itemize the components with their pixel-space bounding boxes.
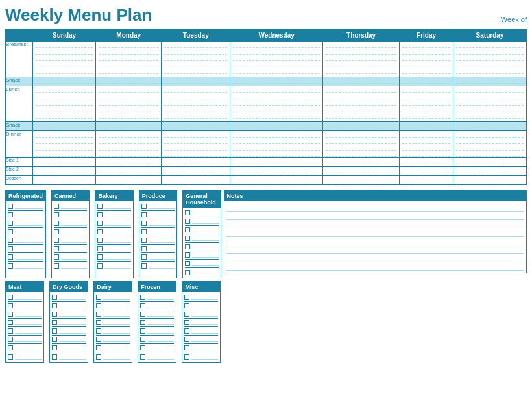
breakfast-wednesday[interactable]: [230, 42, 323, 77]
list-item[interactable]: [97, 262, 130, 270]
list-item[interactable]: [52, 352, 86, 361]
checkbox[interactable]: [8, 204, 13, 209]
dinner-tuesday[interactable]: [162, 131, 230, 158]
checkbox[interactable]: [96, 312, 101, 317]
checkbox[interactable]: [184, 354, 189, 360]
side2-wednesday[interactable]: [230, 167, 323, 176]
checkbox[interactable]: [52, 303, 57, 308]
list-item[interactable]: [54, 228, 87, 236]
list-item[interactable]: [97, 245, 130, 253]
lunch-friday[interactable]: [400, 86, 453, 122]
checkbox[interactable]: [54, 221, 59, 226]
side1-thursday[interactable]: [323, 158, 400, 167]
checkbox[interactable]: [8, 354, 13, 360]
list-item[interactable]: [8, 302, 42, 310]
list-item[interactable]: [8, 228, 43, 236]
checkbox[interactable]: [97, 212, 103, 217]
list-item[interactable]: [54, 202, 87, 211]
checkbox[interactable]: [96, 320, 101, 325]
checkbox[interactable]: [52, 345, 57, 350]
checkbox[interactable]: [52, 328, 57, 334]
checkbox[interactable]: [52, 320, 57, 325]
checkbox[interactable]: [140, 312, 145, 317]
list-item[interactable]: [141, 262, 175, 270]
side1-friday[interactable]: [400, 158, 453, 167]
list-item[interactable]: [96, 336, 130, 344]
checkbox[interactable]: [140, 345, 145, 350]
list-item[interactable]: [96, 310, 130, 319]
list-item[interactable]: [8, 336, 42, 344]
lunch-tuesday[interactable]: [162, 86, 230, 122]
list-item[interactable]: [8, 310, 42, 319]
list-item[interactable]: [54, 211, 87, 219]
snack1-friday[interactable]: [400, 77, 453, 86]
dessert-tuesday[interactable]: [162, 176, 230, 185]
list-item[interactable]: [8, 253, 43, 262]
list-item[interactable]: [52, 327, 86, 336]
checkbox[interactable]: [8, 263, 13, 269]
side1-tuesday[interactable]: [162, 158, 230, 167]
checkbox[interactable]: [184, 303, 189, 308]
dessert-wednesday[interactable]: [230, 176, 323, 185]
side2-saturday[interactable]: [453, 167, 526, 176]
side2-monday[interactable]: [96, 167, 162, 176]
checkbox[interactable]: [8, 303, 13, 308]
checkbox[interactable]: [185, 219, 190, 224]
dinner-sunday[interactable]: [33, 131, 96, 158]
snack2-saturday[interactable]: [453, 122, 526, 131]
checkbox[interactable]: [54, 263, 59, 269]
list-item[interactable]: [97, 211, 130, 219]
list-item[interactable]: [52, 293, 86, 302]
checkbox[interactable]: [184, 328, 189, 334]
checkbox[interactable]: [54, 212, 59, 217]
snack2-thursday[interactable]: [323, 122, 400, 131]
list-item[interactable]: [184, 293, 218, 302]
checkbox[interactable]: [8, 238, 13, 243]
checkbox[interactable]: [141, 229, 147, 234]
breakfast-sunday[interactable]: [33, 42, 96, 77]
dinner-thursday[interactable]: [323, 131, 400, 158]
checkbox[interactable]: [97, 238, 103, 243]
list-item[interactable]: [140, 293, 174, 302]
side1-sunday[interactable]: [33, 158, 96, 167]
notes-body[interactable]: [224, 201, 527, 273]
checkbox[interactable]: [8, 212, 13, 217]
list-item[interactable]: [8, 327, 42, 336]
list-item[interactable]: [185, 209, 218, 217]
checkbox[interactable]: [54, 204, 59, 209]
checkbox[interactable]: [184, 337, 189, 342]
checkbox[interactable]: [141, 238, 147, 243]
list-item[interactable]: [97, 202, 130, 211]
list-item[interactable]: [140, 336, 174, 344]
list-item[interactable]: [8, 219, 43, 228]
list-item[interactable]: [184, 336, 218, 344]
dinner-friday[interactable]: [400, 131, 453, 158]
dinner-monday[interactable]: [96, 131, 162, 158]
checkbox[interactable]: [185, 210, 190, 215]
checkbox[interactable]: [185, 227, 190, 232]
checkbox[interactable]: [141, 212, 147, 217]
side2-thursday[interactable]: [323, 167, 400, 176]
checkbox[interactable]: [8, 295, 13, 300]
breakfast-monday[interactable]: [96, 42, 162, 77]
list-item[interactable]: [54, 236, 87, 245]
checkbox[interactable]: [96, 303, 101, 308]
list-item[interactable]: [185, 226, 218, 234]
checkbox[interactable]: [8, 254, 13, 260]
dinner-saturday[interactable]: [453, 131, 526, 158]
checkbox[interactable]: [140, 337, 145, 342]
checkbox[interactable]: [140, 303, 145, 308]
checkbox[interactable]: [184, 295, 189, 300]
side1-wednesday[interactable]: [230, 158, 323, 167]
list-item[interactable]: [96, 302, 130, 310]
list-item[interactable]: [141, 228, 175, 236]
snack1-saturday[interactable]: [453, 77, 526, 86]
checkbox[interactable]: [185, 244, 190, 249]
lunch-thursday[interactable]: [323, 86, 400, 122]
checkbox[interactable]: [185, 261, 190, 266]
list-item[interactable]: [141, 211, 175, 219]
checkbox[interactable]: [54, 229, 59, 234]
checkbox[interactable]: [140, 295, 145, 300]
list-item[interactable]: [96, 327, 130, 336]
lunch-monday[interactable]: [96, 86, 162, 122]
